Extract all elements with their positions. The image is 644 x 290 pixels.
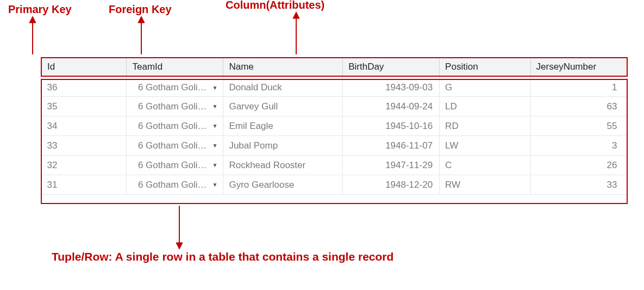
cell-position[interactable]: LD [440, 97, 530, 116]
teamid-text: 6 Gotham Goli… [132, 140, 207, 151]
cell-name[interactable]: Rockhead Rooster [223, 156, 343, 175]
chevron-down-icon[interactable]: ▼ [209, 103, 218, 109]
chevron-down-icon[interactable]: ▼ [209, 123, 218, 129]
table-row[interactable]: 346 Gotham Goli…▼Emil Eagle1945-10-16RD5… [41, 116, 627, 136]
cell-position[interactable]: G [440, 76, 530, 97]
table-row[interactable]: 356 Gotham Goli…▼Garvey Gull1944-09-24LD… [41, 97, 627, 116]
teamid-text: 6 Gotham Goli… [132, 160, 207, 171]
cell-teamid[interactable]: 6 Gotham Goli…▼ [127, 97, 223, 116]
cell-name[interactable]: Emil Eagle [223, 116, 343, 136]
cell-id[interactable]: 33 [41, 136, 127, 156]
cell-birthday[interactable]: 1947-11-29 [343, 156, 440, 175]
cell-id[interactable]: 31 [41, 175, 127, 195]
cell-jersey[interactable]: 63 [530, 97, 627, 116]
teamid-text: 6 Gotham Goli… [132, 121, 207, 132]
cell-position[interactable]: LW [440, 136, 530, 156]
cell-birthday[interactable]: 1946-11-07 [343, 136, 440, 156]
cell-jersey[interactable]: 33 [530, 175, 627, 195]
cell-birthday[interactable]: 1948-12-20 [343, 175, 440, 195]
table-row[interactable]: 326 Gotham Goli…▼Rockhead Rooster1947-11… [41, 156, 627, 175]
cell-name[interactable]: Jubal Pomp [223, 136, 343, 156]
cell-jersey[interactable]: 55 [530, 116, 627, 136]
cell-teamid[interactable]: 6 Gotham Goli…▼ [127, 175, 223, 195]
cell-jersey[interactable]: 26 [530, 156, 627, 175]
arrow-tuple-row [174, 206, 185, 249]
header-id[interactable]: Id [41, 58, 127, 76]
annotation-tuple-row: Tuple/Row: A single row in a table that … [52, 250, 393, 263]
svg-marker-7 [176, 243, 183, 249]
teamid-text: 6 Gotham Goli… [132, 180, 207, 190]
chevron-down-icon[interactable]: ▼ [209, 182, 218, 188]
chevron-down-icon[interactable]: ▼ [209, 85, 218, 91]
arrow-column-attributes [291, 12, 302, 58]
annotation-primary-key: Primary Key [8, 3, 72, 16]
teamid-text: 6 Gotham Goli… [132, 101, 207, 112]
table-row[interactable]: 336 Gotham Goli…▼Jubal Pomp1946-11-07LW3 [41, 136, 627, 156]
cell-name[interactable]: Donald Duck [223, 76, 343, 97]
annotation-column-attributes: Column(Attributes) [226, 0, 324, 11]
cell-teamid[interactable]: 6 Gotham Goli…▼ [127, 136, 223, 156]
header-birthday[interactable]: BirthDay [343, 58, 440, 76]
arrow-primary-key [27, 16, 38, 58]
cell-name[interactable]: Garvey Gull [223, 97, 343, 116]
header-name[interactable]: Name [223, 58, 343, 76]
svg-marker-1 [29, 16, 36, 23]
cell-birthday[interactable]: 1945-10-16 [343, 116, 440, 136]
table-header-row: Id TeamId Name BirthDay Position JerseyN… [41, 58, 627, 76]
table-row[interactable]: 366 Gotham Goli…▼Donald Duck1943-09-03G1 [41, 76, 627, 97]
header-position[interactable]: Position [440, 58, 530, 76]
cell-teamid[interactable]: 6 Gotham Goli…▼ [127, 156, 223, 175]
cell-id[interactable]: 32 [41, 156, 127, 175]
data-table-container: Id TeamId Name BirthDay Position JerseyN… [41, 57, 628, 195]
cell-id[interactable]: 36 [41, 76, 127, 97]
header-jersey[interactable]: JerseyNumber [530, 58, 627, 76]
cell-birthday[interactable]: 1943-09-03 [343, 76, 440, 97]
header-teamid[interactable]: TeamId [127, 58, 223, 76]
chevron-down-icon[interactable]: ▼ [209, 162, 218, 168]
cell-name[interactable]: Gyro Gearloose [223, 175, 343, 195]
svg-marker-5 [293, 12, 299, 18]
annotation-foreign-key: Foreign Key [109, 3, 172, 16]
cell-jersey[interactable]: 3 [530, 136, 627, 156]
cell-id[interactable]: 35 [41, 97, 127, 116]
cell-teamid[interactable]: 6 Gotham Goli…▼ [127, 76, 223, 97]
cell-position[interactable]: RD [440, 116, 530, 136]
arrow-foreign-key [136, 16, 147, 58]
teamid-text: 6 Gotham Goli… [132, 82, 207, 93]
cell-jersey[interactable]: 1 [530, 76, 627, 97]
svg-marker-3 [138, 16, 145, 23]
cell-position[interactable]: RW [440, 175, 530, 195]
cell-id[interactable]: 34 [41, 116, 127, 136]
cell-birthday[interactable]: 1944-09-24 [343, 97, 440, 116]
cell-teamid[interactable]: 6 Gotham Goli…▼ [127, 116, 223, 136]
cell-position[interactable]: C [440, 156, 530, 175]
data-table: Id TeamId Name BirthDay Position JerseyN… [41, 57, 628, 195]
table-row[interactable]: 316 Gotham Goli…▼Gyro Gearloose1948-12-2… [41, 175, 627, 195]
chevron-down-icon[interactable]: ▼ [209, 143, 218, 149]
